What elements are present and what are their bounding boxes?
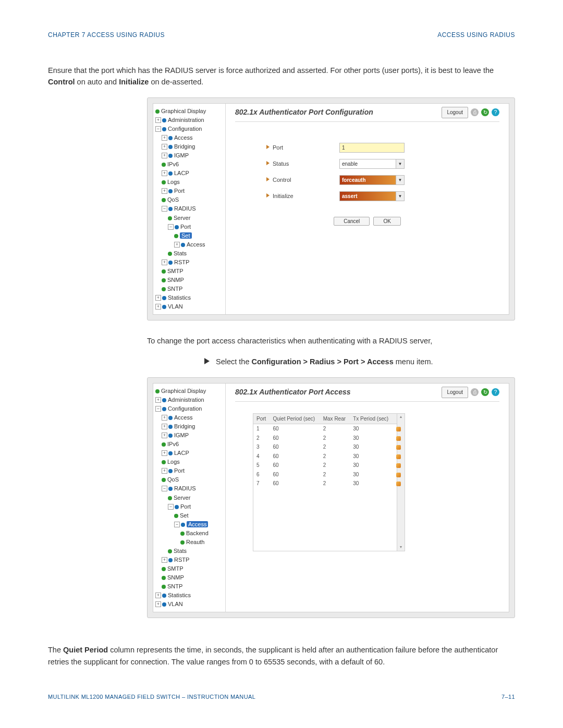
tree-smtp[interactable]: SMTP bbox=[155, 564, 223, 573]
tree-administration[interactable]: +Administration bbox=[155, 116, 223, 125]
table-row[interactable]: 360230 bbox=[253, 442, 405, 452]
table-row[interactable]: 160230 bbox=[253, 424, 405, 434]
edit-icon[interactable] bbox=[396, 482, 401, 486]
tree-radius[interactable]: −RADIUS bbox=[155, 204, 223, 213]
tree-radius-port-access[interactable]: +Access bbox=[155, 240, 223, 249]
paragraph-3: The Quiet Period column represents the t… bbox=[48, 644, 515, 668]
screenshot-2-wrapper: Graphical Display +Administration −Confi… bbox=[147, 377, 515, 618]
table-row[interactable]: 660230 bbox=[253, 470, 405, 479]
edit-icon[interactable] bbox=[396, 445, 401, 450]
tree-port[interactable]: +Port bbox=[155, 187, 223, 195]
control-select[interactable]: forceauth bbox=[339, 175, 405, 185]
cancel-button[interactable]: Cancel bbox=[334, 217, 370, 226]
tree-radius-server[interactable]: Server bbox=[155, 493, 223, 502]
tree-radius-reauth[interactable]: Reauth bbox=[155, 538, 223, 547]
tree-bridging[interactable]: +Bridging bbox=[155, 142, 223, 151]
tree-access[interactable]: +Access bbox=[155, 133, 223, 142]
running-header: CHAPTER 7 ACCESS USING RADIUS ACCESS USI… bbox=[48, 31, 515, 39]
tree-rstp[interactable]: +RSTP bbox=[155, 556, 223, 564]
tree-radius-backend[interactable]: Backend bbox=[155, 529, 223, 538]
tree-graphical-display[interactable]: Graphical Display bbox=[155, 107, 223, 116]
edit-icon[interactable] bbox=[396, 454, 401, 459]
tree-lacp[interactable]: +LACP bbox=[155, 449, 223, 458]
tree-configuration[interactable]: −Configuration bbox=[155, 404, 223, 413]
tree-administration[interactable]: +Administration bbox=[155, 396, 223, 404]
table-row[interactable]: 560230 bbox=[253, 461, 405, 470]
tree-vlan[interactable]: +VLAN bbox=[155, 600, 223, 609]
tree-port[interactable]: +Port bbox=[155, 466, 223, 475]
tree-sntp[interactable]: SNTP bbox=[155, 285, 223, 293]
port-access-table: Port Quiet Period (sec) Max Rear Tx Peri… bbox=[253, 414, 405, 488]
footer-left: MULTILINK ML1200 MANAGED FIELD SWITCH – … bbox=[48, 694, 255, 700]
tree-radius-port-access[interactable]: −Access bbox=[155, 520, 223, 529]
tree-radius-port-set[interactable]: Set bbox=[155, 511, 223, 520]
text: menu item. bbox=[394, 357, 433, 366]
port-input[interactable]: 1 bbox=[339, 143, 405, 153]
help-icon[interactable]: ? bbox=[492, 388, 499, 396]
tree-lacp[interactable]: +LACP bbox=[155, 169, 223, 178]
tree-access[interactable]: +Access bbox=[155, 413, 223, 422]
text: on de-asserted. bbox=[149, 78, 203, 86]
control-label: Control bbox=[266, 176, 339, 184]
tree-radius-stats[interactable]: Stats bbox=[155, 249, 223, 258]
main-panel-2: 802.1x Authenticator Port Access Logout … bbox=[226, 384, 509, 612]
tree-radius[interactable]: −RADIUS bbox=[155, 484, 223, 493]
port-config-form: Port1 Statusenable Controlforceauth Init… bbox=[266, 143, 499, 201]
refresh-icon[interactable]: ↻ bbox=[481, 388, 489, 396]
logout-button[interactable]: Logout bbox=[442, 107, 468, 118]
initialize-select[interactable]: assert bbox=[339, 191, 405, 201]
tree-vlan[interactable]: +VLAN bbox=[155, 302, 223, 311]
print-icon[interactable]: ⎙ bbox=[471, 388, 479, 396]
tree-smtp[interactable]: SMTP bbox=[155, 267, 223, 276]
step-1: Select the Configuration > Radius > Port… bbox=[204, 356, 515, 367]
col-quiet[interactable]: Quiet Period (sec) bbox=[270, 414, 320, 424]
col-maxrear[interactable]: Max Rear bbox=[320, 414, 350, 424]
tree-rstp[interactable]: +RSTP bbox=[155, 258, 223, 267]
col-port[interactable]: Port bbox=[253, 414, 270, 424]
ok-button[interactable]: OK bbox=[373, 217, 400, 226]
edit-icon[interactable] bbox=[396, 436, 401, 441]
tree-graphical-display[interactable]: Graphical Display bbox=[155, 387, 223, 396]
help-icon[interactable]: ? bbox=[492, 108, 499, 116]
tree-ipv6[interactable]: IPv6 bbox=[155, 440, 223, 449]
col-tx[interactable]: Tx Period (sec) bbox=[350, 414, 393, 424]
tree-radius-stats[interactable]: Stats bbox=[155, 547, 223, 556]
initialize-label: Initialize bbox=[266, 192, 339, 201]
tree-radius-port-set[interactable]: Set bbox=[155, 231, 223, 240]
refresh-icon[interactable]: ↻ bbox=[481, 108, 489, 116]
tree-qos[interactable]: QoS bbox=[155, 475, 223, 484]
tree-radius-port[interactable]: −Port bbox=[155, 502, 223, 511]
screenshot-2: Graphical Display +Administration −Confi… bbox=[147, 377, 515, 618]
tree-qos[interactable]: QoS bbox=[155, 195, 223, 204]
status-select[interactable]: enable bbox=[339, 159, 405, 169]
table-row[interactable]: 260230 bbox=[253, 434, 405, 443]
panel-title: 802.1x Authenticator Port Access bbox=[235, 387, 351, 398]
tree-igmp[interactable]: +IGMP bbox=[155, 151, 223, 160]
collapse-icon[interactable]: − bbox=[155, 126, 161, 132]
tree-logs[interactable]: Logs bbox=[155, 178, 223, 187]
tree-statistics[interactable]: +Statistics bbox=[155, 293, 223, 302]
tree-logs[interactable]: Logs bbox=[155, 458, 223, 466]
tree-configuration[interactable]: −Configuration bbox=[155, 125, 223, 133]
tree-radius-server[interactable]: Server bbox=[155, 214, 223, 223]
table-row[interactable]: 760230 bbox=[253, 479, 405, 488]
tree-snmp[interactable]: SNMP bbox=[155, 573, 223, 582]
edit-icon[interactable] bbox=[396, 473, 401, 477]
header-right: ACCESS USING RADIUS bbox=[437, 31, 515, 39]
tree-statistics[interactable]: +Statistics bbox=[155, 591, 223, 600]
edit-icon[interactable] bbox=[396, 427, 401, 431]
edit-icon[interactable] bbox=[396, 463, 401, 468]
tree-bridging[interactable]: +Bridging bbox=[155, 422, 223, 431]
main-panel: 802.1x Authenticator Port Configuration … bbox=[226, 104, 509, 314]
print-icon[interactable]: ⎙ bbox=[471, 108, 479, 116]
tree-igmp[interactable]: +IGMP bbox=[155, 431, 223, 440]
tree-snmp[interactable]: SNMP bbox=[155, 276, 223, 285]
tree-sntp[interactable]: SNTP bbox=[155, 582, 223, 591]
bold: Quiet Period bbox=[63, 646, 108, 654]
tree-ipv6[interactable]: IPv6 bbox=[155, 160, 223, 169]
table-row[interactable]: 460230 bbox=[253, 452, 405, 461]
logout-button[interactable]: Logout bbox=[442, 387, 468, 398]
expand-icon[interactable]: + bbox=[155, 117, 161, 123]
paragraph-2: To change the port access characteristic… bbox=[147, 335, 515, 347]
tree-radius-port[interactable]: −Port bbox=[155, 223, 223, 231]
